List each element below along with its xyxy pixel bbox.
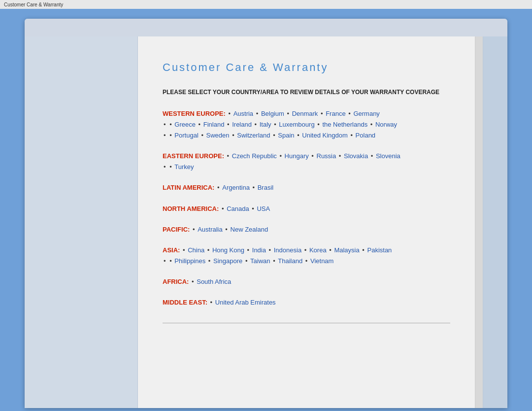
- country-link-new-zealand[interactable]: New Zealand: [231, 226, 268, 233]
- bullet-icon: •: [271, 257, 277, 265]
- bullet-icon: •: [190, 278, 196, 285]
- browser-body: Customer Care & Warranty PLEASE SELECT Y…: [25, 36, 507, 408]
- country-link-sweden[interactable]: Sweden: [206, 132, 230, 139]
- country-link-slovakia[interactable]: Slovakia: [344, 152, 368, 160]
- browser-chrome: [25, 19, 507, 36]
- country-link-vietnam[interactable]: Vietnam: [310, 257, 333, 265]
- country-link-korea[interactable]: Korea: [309, 246, 327, 254]
- bullet-icon: •: [169, 132, 173, 139]
- region-africa: AFRICA: • South Africa: [163, 276, 450, 287]
- bullet-icon: •: [164, 121, 167, 128]
- region-line: • • Portugal • Sweden • Switzerland • Sp…: [163, 130, 450, 141]
- region-line: MIDDLE EAST: • United Arab Emirates: [163, 297, 450, 308]
- bullet-icon: •: [225, 121, 231, 128]
- bullet-icon: •: [181, 246, 187, 254]
- country-link-south-africa[interactable]: South Africa: [197, 278, 231, 285]
- country-link-philippines[interactable]: Philippines: [174, 257, 205, 265]
- country-link-france[interactable]: France: [326, 110, 345, 117]
- country-link-slovenia[interactable]: Slovenia: [376, 152, 400, 160]
- country-link-hungary[interactable]: Hungary: [285, 152, 309, 160]
- bullet-icon: •: [328, 246, 333, 254]
- country-link-belgium[interactable]: Belgium: [261, 110, 284, 117]
- country-link-hong-kong[interactable]: Hong Kong: [212, 246, 244, 254]
- region-line: AFRICA: • South Africa: [163, 276, 450, 287]
- tab-bar: Customer Care & Warranty: [0, 0, 532, 9]
- bullet-icon: •: [169, 121, 173, 128]
- country-link-usa[interactable]: USA: [257, 205, 270, 212]
- tab-label: Customer Care & Warranty: [4, 2, 63, 7]
- bullet-icon: •: [169, 257, 173, 265]
- country-link-portugal[interactable]: Portugal: [174, 132, 198, 139]
- region-middle-east: MIDDLE EAST: • United Arab Emirates: [163, 297, 450, 308]
- country-link-argentina[interactable]: Argentina: [222, 184, 250, 191]
- country-link-the-netherlands[interactable]: the Netherlands: [322, 121, 367, 128]
- region-line: EASTERN EUROPE: • Czech Republic • Hunga…: [163, 151, 450, 162]
- bullet-icon: •: [361, 246, 366, 254]
- country-link-china[interactable]: China: [188, 246, 204, 254]
- region-label: ASIA:: [163, 246, 180, 254]
- country-link-taiwan[interactable]: Taiwan: [250, 257, 270, 265]
- bullet-icon: •: [272, 121, 278, 128]
- country-link-czech-republic[interactable]: Czech Republic: [232, 152, 277, 160]
- region-label: PACIFIC:: [163, 226, 190, 233]
- divider: [163, 323, 450, 323]
- country-link-luxembourg[interactable]: Luxembourg: [279, 121, 314, 128]
- country-link-spain[interactable]: Spain: [278, 132, 294, 139]
- country-link-norway[interactable]: Norway: [375, 121, 397, 128]
- region-eastern-europe: EASTERN EUROPE: • Czech Republic • Hunga…: [163, 151, 450, 172]
- region-asia: ASIA: • China • Hong Kong • India • Indo…: [163, 245, 450, 267]
- region-line: • • Turkey: [163, 162, 450, 172]
- country-link-thailand[interactable]: Thailand: [278, 257, 302, 265]
- browser-window: Customer Care & Warranty PLEASE SELECT Y…: [25, 19, 507, 408]
- region-latin-america: LATIN AMERICA: • Argentina • Brasil: [163, 182, 450, 193]
- country-link-italy[interactable]: Italy: [260, 121, 271, 128]
- bullet-icon: •: [243, 257, 249, 265]
- bullet-icon: •: [225, 152, 231, 160]
- country-link-poland[interactable]: Poland: [356, 132, 375, 139]
- bullet-icon: •: [316, 121, 322, 128]
- bullet-icon: •: [215, 184, 221, 191]
- bullet-icon: •: [302, 246, 308, 254]
- bullet-icon: •: [349, 132, 355, 139]
- bullet-icon: •: [303, 257, 309, 265]
- outer-wrapper: Customer Care & Warranty PLEASE SELECT Y…: [0, 9, 532, 411]
- country-link-pakistan[interactable]: Pakistan: [367, 246, 392, 254]
- country-link-denmark[interactable]: Denmark: [292, 110, 318, 117]
- region-line: ASIA: • China • Hong Kong • India • Indo…: [163, 245, 450, 256]
- country-link-singapore[interactable]: Singapore: [213, 257, 242, 265]
- bullet-icon: •: [245, 246, 251, 254]
- region-line: LATIN AMERICA: • Argentina • Brasil: [163, 182, 450, 193]
- region-line: WESTERN EUROPE: • Austria • Belgium • De…: [163, 108, 450, 119]
- bullet-icon: •: [197, 121, 202, 128]
- region-north-america: NORTH AMERICA: • Canada • USA: [163, 204, 450, 214]
- bullet-icon: •: [164, 257, 167, 265]
- country-link-greece[interactable]: Greece: [174, 121, 196, 128]
- country-link-ireland[interactable]: Ireland: [232, 121, 252, 128]
- country-link-brasil[interactable]: Brasil: [258, 184, 274, 191]
- bullet-icon: •: [319, 110, 325, 117]
- country-link-germany[interactable]: Germany: [353, 110, 379, 117]
- country-link-canada[interactable]: Canada: [227, 205, 249, 212]
- country-link-australia[interactable]: Australia: [198, 226, 223, 233]
- country-link-indonesia[interactable]: Indonesia: [274, 246, 301, 254]
- country-link-austria[interactable]: Austria: [233, 110, 253, 117]
- regions-container: WESTERN EUROPE: • Austria • Belgium • De…: [163, 108, 450, 308]
- instruction-text: PLEASE SELECT YOUR COUNTRY/AREA TO REVIE…: [163, 88, 450, 97]
- country-link-united-kingdom[interactable]: United Kingdom: [302, 132, 348, 139]
- bullet-icon: •: [253, 121, 259, 128]
- page-title: Customer Care & Warranty: [163, 61, 450, 74]
- country-link-turkey[interactable]: Turkey: [174, 163, 194, 171]
- bullet-icon: •: [296, 132, 301, 139]
- region-label: WESTERN EUROPE:: [163, 110, 226, 117]
- country-link-united-arab-emirates[interactable]: United Arab Emirates: [215, 299, 276, 306]
- country-link-malaysia[interactable]: Malaysia: [334, 246, 359, 254]
- country-link-finland[interactable]: Finland: [203, 121, 225, 128]
- country-link-russia[interactable]: Russia: [317, 152, 336, 160]
- region-label: NORTH AMERICA:: [163, 205, 219, 212]
- bullet-icon: •: [250, 205, 256, 212]
- country-link-india[interactable]: India: [252, 246, 266, 254]
- country-link-switzerland[interactable]: Switzerland: [237, 132, 270, 139]
- scrollbar[interactable]: [475, 36, 483, 408]
- bullet-icon: •: [191, 226, 197, 233]
- bullet-icon: •: [208, 299, 214, 306]
